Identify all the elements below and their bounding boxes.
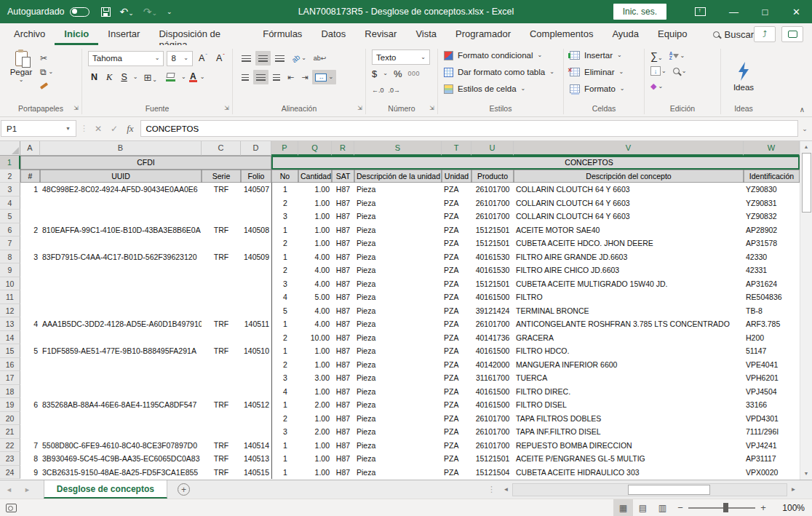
cell[interactable] [202,371,241,385]
column-header-v[interactable]: V [514,141,744,156]
zoom-in-button[interactable]: + [755,502,771,513]
dialog-launcher-icon[interactable]: ⇲ [357,103,362,114]
cell[interactable]: H87 [332,398,354,412]
sheet-nav-right-icon[interactable]: ► [18,486,36,493]
column-header-q[interactable]: Q [298,141,332,156]
row-header[interactable]: 18 [0,385,20,399]
cell[interactable]: 51147 [744,344,800,358]
cell[interactable] [40,237,202,250]
align-bottom-button[interactable] [272,51,287,66]
cell[interactable]: TRF [202,250,241,264]
cell[interactable]: 3.00 [298,371,332,385]
column-header-d[interactable]: D [241,141,271,156]
cell[interactable]: 1.00 [298,385,332,399]
cell[interactable]: 4.00 [298,317,332,331]
zoom-out-button[interactable]: − [672,502,688,513]
zoom-slider-thumb[interactable] [723,503,728,512]
cell[interactable] [20,210,40,223]
table-header-cell[interactable]: SAT [332,170,354,183]
cell[interactable]: Pieza [354,331,442,345]
align-left-button[interactable] [239,70,252,84]
row-header[interactable]: 16 [0,358,20,372]
cell[interactable]: 2 [271,331,298,345]
cell[interactable]: TB-8 [744,304,800,318]
cell[interactable]: PZA [442,371,471,385]
search-box[interactable]: Buscar [713,29,754,40]
align-top-button[interactable] [239,51,254,66]
cell[interactable] [241,290,271,304]
cell[interactable] [40,412,202,426]
cell[interactable]: 3 [271,425,298,439]
horizontal-scrollbar-thumb[interactable] [628,485,710,495]
cell[interactable]: 42330 [744,250,800,264]
cell[interactable]: 40161500 [471,290,514,304]
cut-button[interactable]: ✂ [40,52,53,63]
cell[interactable]: 40141736 [471,331,514,345]
cell[interactable]: PZA [442,344,471,358]
cell[interactable]: H87 [332,344,354,358]
row-header[interactable]: 3 [0,183,20,197]
cell[interactable]: 1 [271,466,298,480]
cell[interactable]: 26101700 [471,425,514,439]
decrease-font-button[interactable]: Aˇ [213,53,228,63]
dialog-launcher-icon[interactable]: ⇲ [73,103,79,114]
cell[interactable]: RE504836 [744,290,800,304]
cell[interactable] [40,210,202,223]
cell[interactable] [202,210,241,223]
table-header-cell[interactable]: Unidad [442,170,471,183]
merge-center-button[interactable]: ↔⌄ [312,70,336,84]
insert-function-button[interactable]: fx [127,123,133,135]
formula-input[interactable]: CONCEPTOS [140,120,798,137]
italic-button[interactable]: K [103,72,115,83]
cell[interactable]: PZA [442,223,471,237]
cell[interactable]: 1.00 [298,183,332,197]
add-sheet-button[interactable]: + [178,483,190,496]
cell[interactable] [241,412,271,426]
cell[interactable]: 140511 [241,317,271,331]
undo-button[interactable]: ↶⌄ [120,7,134,17]
wrap-text-button[interactable]: ab↩ [311,51,330,66]
cell[interactable]: 4.00 [298,277,332,291]
tab-programador[interactable]: Programador [446,23,520,45]
share-button[interactable]: ⤴ [754,26,776,42]
conditional-formatting-button[interactable]: Formato condicional⌄ [444,48,559,63]
cell[interactable]: TRF [202,223,241,237]
toggle-off-icon[interactable] [70,7,89,17]
column-header-t[interactable]: T [442,141,471,156]
cell[interactable]: 3 [271,277,298,291]
cell[interactable]: 39121424 [471,304,514,318]
column-header-a[interactable]: A [20,141,40,156]
cell[interactable]: H87 [332,317,354,331]
table-header-cell[interactable]: Cantidad [298,170,332,183]
cell[interactable] [40,331,202,345]
cell[interactable]: Pieza [354,425,442,439]
cell[interactable] [202,412,241,426]
select-all-corner[interactable] [0,141,20,156]
cell[interactable]: TAPA FILTROS DOBLES [514,412,744,426]
maximize-button[interactable]: □ [749,0,781,23]
thousands-format-button[interactable]: 000 [408,70,421,77]
table-header-cell[interactable]: Descripción de la unidad [354,170,442,183]
cell[interactable]: PZA [442,237,471,250]
cell[interactable]: H87 [332,425,354,439]
cell[interactable]: 7111/296I [744,425,800,439]
collapse-ribbon-button[interactable]: ∧ [800,106,805,114]
horizontal-scrollbar-track[interactable] [512,483,787,496]
cell[interactable]: PZA [442,452,471,466]
cell[interactable]: FILTRO HDCO. [514,344,744,358]
sort-filter-button[interactable]: AZ⌄ [669,52,685,60]
cell[interactable]: Pieza [354,210,442,223]
cell[interactable] [20,371,40,385]
align-right-button[interactable] [270,70,283,84]
save-icon[interactable] [101,7,111,17]
cell[interactable] [202,358,241,372]
cell[interactable]: 140508 [241,223,271,237]
cell[interactable] [40,371,202,385]
column-header-b[interactable]: B [40,141,202,156]
cell[interactable] [40,425,202,439]
table-header-cell[interactable]: Producto [471,170,514,183]
cell[interactable]: 10.00 [298,331,332,345]
cell[interactable]: ACEITE P/ENGRANES GL-5 MULTIG [514,452,744,466]
cell[interactable]: 4.00 [298,263,332,277]
cell[interactable]: 4.00 [298,250,332,264]
